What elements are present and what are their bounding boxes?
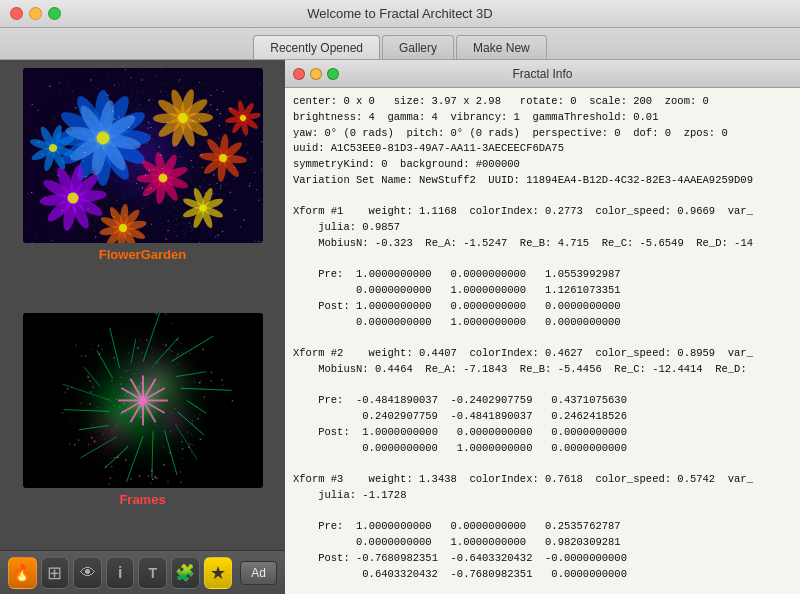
info-tool-button[interactable]: i [106,557,135,589]
star-tool-button[interactable]: ★ [204,557,233,589]
app-title: Welcome to Fractal Architect 3D [307,6,492,21]
fractal-info-titlebar: Fractal Info [285,60,800,88]
fractal-info-panel: Fractal Info center: 0 x 0 size: 3.97 x … [285,60,800,594]
window-controls [10,7,61,20]
main-content: FlowerGarden Frames 🔥 ⊞ 👁 i T 🧩 ★ Ad [0,60,800,594]
fractal-info-title: Fractal Info [285,67,800,81]
title-bar: Welcome to Fractal Architect 3D [0,0,800,28]
bottom-toolbar: 🔥 ⊞ 👁 i T 🧩 ★ Ad [0,550,285,594]
fractal-info-controls [293,68,339,80]
fractal-item-frames[interactable]: Frames [0,305,285,550]
flame-tool-button[interactable]: 🔥 [8,557,37,589]
eye-tool-button[interactable]: 👁 [73,557,102,589]
fractal-item-flowergarden[interactable]: FlowerGarden [0,60,285,305]
fractal-image-flowergarden[interactable] [23,68,263,243]
add-button[interactable]: Ad [240,561,277,585]
grid-tool-button[interactable]: ⊞ [41,557,70,589]
fractal-info-maximize[interactable] [327,68,339,80]
text-tool-button[interactable]: T [138,557,167,589]
fractal-label-frames: Frames [119,492,165,507]
fractal-label-flowergarden: FlowerGarden [99,247,186,262]
tab-bar: Recently Opened Gallery Make New [0,28,800,60]
sidebar: FlowerGarden Frames 🔥 ⊞ 👁 i T 🧩 ★ Ad [0,60,285,594]
fractal-info-close[interactable] [293,68,305,80]
puzzle-tool-button[interactable]: 🧩 [171,557,200,589]
maximize-button[interactable] [48,7,61,20]
minimize-button[interactable] [29,7,42,20]
tab-recently-opened[interactable]: Recently Opened [253,35,380,59]
tab-make-new[interactable]: Make New [456,35,547,59]
tab-gallery[interactable]: Gallery [382,35,454,59]
fractal-info-minimize[interactable] [310,68,322,80]
close-button[interactable] [10,7,23,20]
fractal-image-frames[interactable] [23,313,263,488]
fractal-info-content[interactable]: center: 0 x 0 size: 3.97 x 2.98 rotate: … [285,88,800,594]
